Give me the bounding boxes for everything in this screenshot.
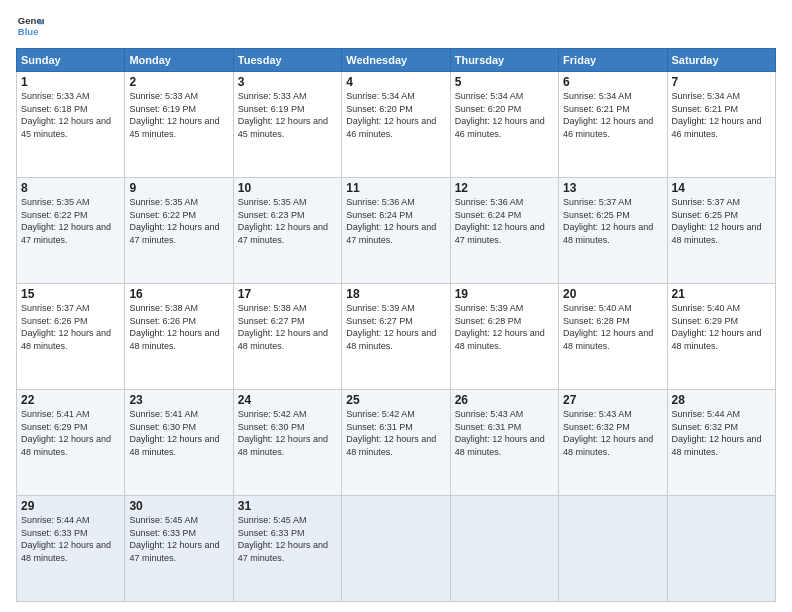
calendar-cell: 13 Sunrise: 5:37 AM Sunset: 6:25 PM Dayl…	[559, 178, 667, 284]
calendar-cell: 14 Sunrise: 5:37 AM Sunset: 6:25 PM Dayl…	[667, 178, 775, 284]
logo: General Blue	[16, 12, 44, 40]
calendar-cell: 17 Sunrise: 5:38 AM Sunset: 6:27 PM Dayl…	[233, 284, 341, 390]
day-info: Sunrise: 5:33 AM Sunset: 6:18 PM Dayligh…	[21, 90, 120, 140]
col-header-sunday: Sunday	[17, 49, 125, 72]
calendar-week-3: 15 Sunrise: 5:37 AM Sunset: 6:26 PM Dayl…	[17, 284, 776, 390]
day-number: 17	[238, 287, 337, 301]
day-info: Sunrise: 5:45 AM Sunset: 6:33 PM Dayligh…	[129, 514, 228, 564]
logo-icon: General Blue	[16, 12, 44, 40]
col-header-tuesday: Tuesday	[233, 49, 341, 72]
day-number: 21	[672, 287, 771, 301]
calendar-cell: 18 Sunrise: 5:39 AM Sunset: 6:27 PM Dayl…	[342, 284, 450, 390]
col-header-wednesday: Wednesday	[342, 49, 450, 72]
calendar-cell: 12 Sunrise: 5:36 AM Sunset: 6:24 PM Dayl…	[450, 178, 558, 284]
day-info: Sunrise: 5:37 AM Sunset: 6:25 PM Dayligh…	[563, 196, 662, 246]
calendar-cell	[342, 496, 450, 602]
calendar-week-5: 29 Sunrise: 5:44 AM Sunset: 6:33 PM Dayl…	[17, 496, 776, 602]
calendar-cell: 29 Sunrise: 5:44 AM Sunset: 6:33 PM Dayl…	[17, 496, 125, 602]
calendar-cell: 11 Sunrise: 5:36 AM Sunset: 6:24 PM Dayl…	[342, 178, 450, 284]
day-number: 24	[238, 393, 337, 407]
day-info: Sunrise: 5:40 AM Sunset: 6:28 PM Dayligh…	[563, 302, 662, 352]
calendar-cell: 24 Sunrise: 5:42 AM Sunset: 6:30 PM Dayl…	[233, 390, 341, 496]
calendar-table: SundayMondayTuesdayWednesdayThursdayFrid…	[16, 48, 776, 602]
day-info: Sunrise: 5:39 AM Sunset: 6:28 PM Dayligh…	[455, 302, 554, 352]
day-info: Sunrise: 5:34 AM Sunset: 6:20 PM Dayligh…	[455, 90, 554, 140]
day-info: Sunrise: 5:44 AM Sunset: 6:33 PM Dayligh…	[21, 514, 120, 564]
calendar-cell: 9 Sunrise: 5:35 AM Sunset: 6:22 PM Dayli…	[125, 178, 233, 284]
calendar-cell: 25 Sunrise: 5:42 AM Sunset: 6:31 PM Dayl…	[342, 390, 450, 496]
calendar-cell: 2 Sunrise: 5:33 AM Sunset: 6:19 PM Dayli…	[125, 72, 233, 178]
day-number: 14	[672, 181, 771, 195]
calendar-cell: 26 Sunrise: 5:43 AM Sunset: 6:31 PM Dayl…	[450, 390, 558, 496]
calendar-cell	[559, 496, 667, 602]
svg-text:Blue: Blue	[18, 26, 39, 37]
col-header-saturday: Saturday	[667, 49, 775, 72]
calendar-week-2: 8 Sunrise: 5:35 AM Sunset: 6:22 PM Dayli…	[17, 178, 776, 284]
day-number: 2	[129, 75, 228, 89]
day-info: Sunrise: 5:34 AM Sunset: 6:21 PM Dayligh…	[563, 90, 662, 140]
calendar-cell: 20 Sunrise: 5:40 AM Sunset: 6:28 PM Dayl…	[559, 284, 667, 390]
day-number: 31	[238, 499, 337, 513]
day-info: Sunrise: 5:38 AM Sunset: 6:27 PM Dayligh…	[238, 302, 337, 352]
day-number: 22	[21, 393, 120, 407]
calendar-cell: 7 Sunrise: 5:34 AM Sunset: 6:21 PM Dayli…	[667, 72, 775, 178]
day-number: 29	[21, 499, 120, 513]
day-number: 8	[21, 181, 120, 195]
day-number: 23	[129, 393, 228, 407]
calendar-header-row: SundayMondayTuesdayWednesdayThursdayFrid…	[17, 49, 776, 72]
day-info: Sunrise: 5:42 AM Sunset: 6:31 PM Dayligh…	[346, 408, 445, 458]
day-info: Sunrise: 5:34 AM Sunset: 6:21 PM Dayligh…	[672, 90, 771, 140]
day-number: 28	[672, 393, 771, 407]
calendar-cell	[667, 496, 775, 602]
day-info: Sunrise: 5:36 AM Sunset: 6:24 PM Dayligh…	[455, 196, 554, 246]
calendar-cell: 8 Sunrise: 5:35 AM Sunset: 6:22 PM Dayli…	[17, 178, 125, 284]
calendar-cell: 3 Sunrise: 5:33 AM Sunset: 6:19 PM Dayli…	[233, 72, 341, 178]
day-number: 16	[129, 287, 228, 301]
calendar-cell: 5 Sunrise: 5:34 AM Sunset: 6:20 PM Dayli…	[450, 72, 558, 178]
day-number: 12	[455, 181, 554, 195]
calendar-cell: 27 Sunrise: 5:43 AM Sunset: 6:32 PM Dayl…	[559, 390, 667, 496]
day-number: 4	[346, 75, 445, 89]
col-header-monday: Monday	[125, 49, 233, 72]
calendar-cell: 28 Sunrise: 5:44 AM Sunset: 6:32 PM Dayl…	[667, 390, 775, 496]
calendar-cell: 22 Sunrise: 5:41 AM Sunset: 6:29 PM Dayl…	[17, 390, 125, 496]
day-number: 11	[346, 181, 445, 195]
day-info: Sunrise: 5:43 AM Sunset: 6:32 PM Dayligh…	[563, 408, 662, 458]
day-info: Sunrise: 5:34 AM Sunset: 6:20 PM Dayligh…	[346, 90, 445, 140]
day-number: 18	[346, 287, 445, 301]
day-number: 6	[563, 75, 662, 89]
day-number: 26	[455, 393, 554, 407]
calendar-cell: 10 Sunrise: 5:35 AM Sunset: 6:23 PM Dayl…	[233, 178, 341, 284]
day-info: Sunrise: 5:35 AM Sunset: 6:23 PM Dayligh…	[238, 196, 337, 246]
day-info: Sunrise: 5:33 AM Sunset: 6:19 PM Dayligh…	[238, 90, 337, 140]
calendar-cell: 16 Sunrise: 5:38 AM Sunset: 6:26 PM Dayl…	[125, 284, 233, 390]
day-info: Sunrise: 5:37 AM Sunset: 6:25 PM Dayligh…	[672, 196, 771, 246]
day-number: 13	[563, 181, 662, 195]
calendar-cell: 21 Sunrise: 5:40 AM Sunset: 6:29 PM Dayl…	[667, 284, 775, 390]
day-info: Sunrise: 5:37 AM Sunset: 6:26 PM Dayligh…	[21, 302, 120, 352]
calendar-cell: 19 Sunrise: 5:39 AM Sunset: 6:28 PM Dayl…	[450, 284, 558, 390]
day-number: 1	[21, 75, 120, 89]
day-info: Sunrise: 5:42 AM Sunset: 6:30 PM Dayligh…	[238, 408, 337, 458]
calendar-cell: 6 Sunrise: 5:34 AM Sunset: 6:21 PM Dayli…	[559, 72, 667, 178]
day-number: 7	[672, 75, 771, 89]
header: General Blue	[16, 12, 776, 40]
day-info: Sunrise: 5:41 AM Sunset: 6:30 PM Dayligh…	[129, 408, 228, 458]
day-info: Sunrise: 5:43 AM Sunset: 6:31 PM Dayligh…	[455, 408, 554, 458]
day-info: Sunrise: 5:40 AM Sunset: 6:29 PM Dayligh…	[672, 302, 771, 352]
day-info: Sunrise: 5:33 AM Sunset: 6:19 PM Dayligh…	[129, 90, 228, 140]
day-info: Sunrise: 5:35 AM Sunset: 6:22 PM Dayligh…	[129, 196, 228, 246]
day-number: 3	[238, 75, 337, 89]
day-info: Sunrise: 5:35 AM Sunset: 6:22 PM Dayligh…	[21, 196, 120, 246]
calendar-cell: 1 Sunrise: 5:33 AM Sunset: 6:18 PM Dayli…	[17, 72, 125, 178]
day-number: 30	[129, 499, 228, 513]
day-info: Sunrise: 5:41 AM Sunset: 6:29 PM Dayligh…	[21, 408, 120, 458]
day-info: Sunrise: 5:36 AM Sunset: 6:24 PM Dayligh…	[346, 196, 445, 246]
day-info: Sunrise: 5:45 AM Sunset: 6:33 PM Dayligh…	[238, 514, 337, 564]
calendar-week-1: 1 Sunrise: 5:33 AM Sunset: 6:18 PM Dayli…	[17, 72, 776, 178]
day-number: 27	[563, 393, 662, 407]
col-header-thursday: Thursday	[450, 49, 558, 72]
col-header-friday: Friday	[559, 49, 667, 72]
day-number: 5	[455, 75, 554, 89]
day-info: Sunrise: 5:39 AM Sunset: 6:27 PM Dayligh…	[346, 302, 445, 352]
